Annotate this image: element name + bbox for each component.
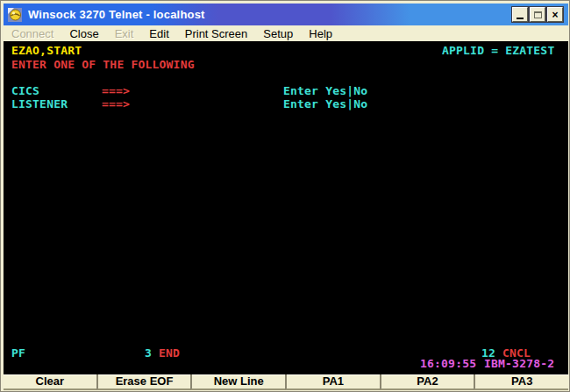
telnet-window: Winsock 3270 Telnet - localhost × Connec… <box>0 0 570 392</box>
cics-label: CICS <box>11 85 39 97</box>
terminal-applid: APPLID = EZATEST <box>442 45 554 57</box>
terminal-command: EZAO,START <box>11 45 82 57</box>
clear-button[interactable]: Clear <box>4 374 96 390</box>
minimize-icon <box>517 18 524 19</box>
keypad-bar: Clear Erase EOF New Line PA1 PA2 PA3 <box>4 373 568 390</box>
cics-arrow: ===> <box>102 85 130 97</box>
pf3-action: END <box>159 347 180 360</box>
terminal-screen[interactable]: EZAO,START APPLID = EZATEST ENTER ONE OF… <box>4 41 568 373</box>
app-icon <box>8 8 22 22</box>
listener-arrow: ===> <box>102 98 130 110</box>
close-icon: × <box>552 10 558 20</box>
cics-hint: Enter Yes|No <box>283 85 367 97</box>
menu-edit[interactable]: Edit <box>141 27 176 40</box>
menu-bar: Connect Close Exit Edit Print Screen Set… <box>4 25 568 41</box>
new-line-button[interactable]: New Line <box>190 374 285 390</box>
menu-connect: Connect <box>4 27 61 40</box>
title-bar[interactable]: Winsock 3270 Telnet - localhost × <box>4 4 568 25</box>
close-button[interactable]: × <box>547 7 563 22</box>
pf3-number: 3 <box>145 347 152 360</box>
maximize-icon <box>534 11 542 18</box>
terminal-prompt-message: ENTER ONE OF THE FOLLOWING <box>11 59 195 71</box>
menu-close[interactable]: Close <box>61 27 106 40</box>
pa2-button[interactable]: PA2 <box>380 374 474 390</box>
pf-label: PF <box>11 347 25 360</box>
minimize-button[interactable] <box>512 7 528 22</box>
listener-label: LISTENER <box>11 98 68 110</box>
window-controls: × <box>512 7 563 22</box>
menu-exit: Exit <box>107 27 142 40</box>
window-title: Winsock 3270 Telnet - localhost <box>28 8 205 21</box>
status-terminal-type: IBM-3278-2 <box>484 358 554 370</box>
listener-hint: Enter Yes|No <box>283 98 367 110</box>
pa3-button[interactable]: PA3 <box>474 374 568 390</box>
status-time: 16:09:55 <box>420 358 476 370</box>
pa1-button[interactable]: PA1 <box>285 374 380 390</box>
erase-eof-button[interactable]: Erase EOF <box>96 374 191 390</box>
maximize-button[interactable] <box>530 7 545 22</box>
menu-setup[interactable]: Setup <box>255 27 301 40</box>
menu-print-screen[interactable]: Print Screen <box>177 27 256 40</box>
menu-help[interactable]: Help <box>301 27 340 40</box>
